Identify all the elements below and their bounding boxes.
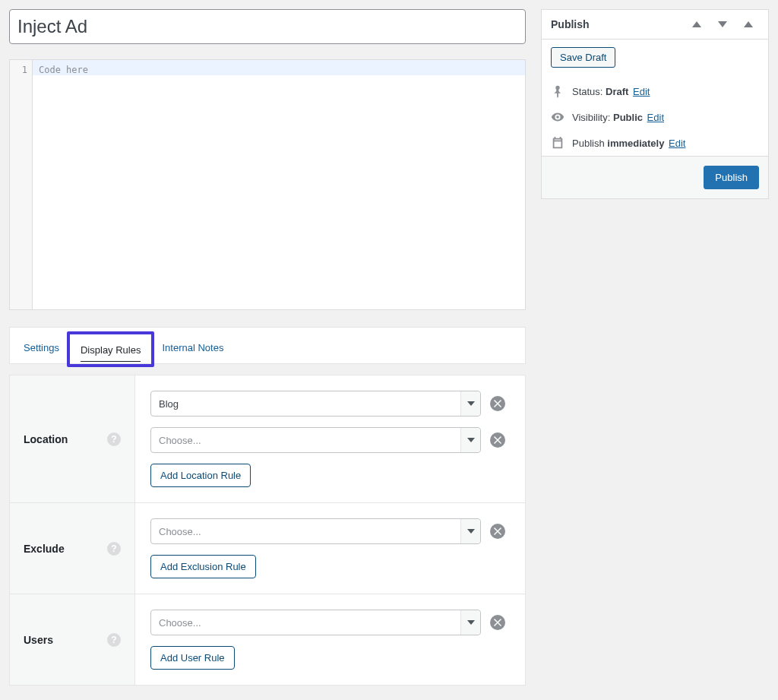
publish-handles [686, 16, 759, 33]
move-down-icon[interactable] [712, 16, 733, 33]
rule-body-users: Choose... Add User Rule [135, 594, 525, 685]
edit-schedule-link[interactable]: Edit [669, 138, 685, 149]
rule-row: Choose... [150, 610, 510, 635]
status-row: Status: Draft Edit [551, 78, 759, 104]
chevron-down-icon [460, 519, 480, 543]
select-value: Choose... [159, 526, 201, 537]
add-user-rule-button[interactable]: Add User Rule [150, 646, 235, 670]
code-editor[interactable]: 1 Code here [9, 59, 526, 310]
chevron-down-icon [460, 428, 480, 452]
code-line[interactable]: Code here [33, 60, 525, 75]
rule-body-exclude: Choose... Add Exclusion Rule [135, 503, 525, 594]
rule-label-location: Location ? [10, 375, 135, 502]
move-up-icon[interactable] [686, 16, 707, 33]
location-select-1[interactable]: Choose... [150, 427, 481, 453]
schedule-text: Publish immediately Edit [572, 138, 685, 149]
help-icon[interactable]: ? [107, 542, 121, 556]
select-value: Choose... [159, 435, 201, 446]
schedule-label: Publish [572, 138, 605, 149]
tab-settings[interactable]: Settings [22, 332, 61, 363]
publish-footer: Publish [542, 156, 768, 198]
rule-body-location: Blog Choose... [135, 375, 525, 502]
post-title-input[interactable] [9, 9, 526, 44]
publish-box: Publish Save Draft [541, 9, 769, 199]
select-value: Blog [159, 398, 179, 410]
toggle-icon[interactable] [738, 16, 759, 33]
rule-label-text: Location [24, 433, 68, 445]
rule-section-exclude: Exclude ? Choose... [10, 503, 525, 594]
code-gutter: 1 [10, 60, 33, 309]
add-location-rule-button[interactable]: Add Location Rule [150, 464, 251, 487]
location-select-0[interactable]: Blog [150, 391, 481, 417]
visibility-label: Visibility: [572, 112, 610, 123]
remove-rule-button[interactable] [490, 432, 505, 448]
visibility-value: Public [613, 112, 643, 123]
help-icon[interactable]: ? [107, 432, 121, 446]
remove-rule-button[interactable] [490, 396, 505, 411]
rule-label-exclude: Exclude ? [10, 503, 135, 594]
status-value: Draft [606, 86, 628, 97]
edit-visibility-link[interactable]: Edit [647, 112, 664, 123]
rule-label-users: Users ? [10, 594, 135, 685]
publish-header: Publish [542, 10, 768, 40]
save-draft-button[interactable]: Save Draft [551, 47, 615, 68]
help-icon[interactable]: ? [107, 633, 121, 647]
remove-rule-button[interactable] [490, 524, 505, 539]
users-select-0[interactable]: Choose... [150, 610, 481, 635]
rule-section-location: Location ? Blog [10, 375, 525, 503]
chevron-down-icon [460, 610, 480, 635]
rule-section-users: Users ? Choose... [10, 594, 525, 685]
publish-title: Publish [551, 18, 590, 30]
edit-status-link[interactable]: Edit [633, 86, 650, 97]
status-text: Status: Draft Edit [572, 86, 650, 97]
tab-display-rules[interactable]: Display Rules [67, 331, 154, 367]
tab-internal-notes[interactable]: Internal Notes [160, 332, 225, 363]
rule-row: Blog [150, 391, 510, 417]
tabs: Settings Display Rules Internal Notes [9, 327, 526, 364]
pin-icon [551, 84, 565, 98]
calendar-icon [551, 136, 565, 150]
visibility-row: Visibility: Public Edit [551, 104, 759, 130]
code-lines[interactable]: Code here [33, 60, 525, 309]
display-rules-panel: Location ? Blog [9, 375, 526, 686]
rule-row: Choose... [150, 518, 510, 544]
select-value: Choose... [159, 617, 201, 629]
rule-label-text: Users [24, 634, 53, 646]
exclude-select-0[interactable]: Choose... [150, 518, 481, 544]
remove-rule-button[interactable] [490, 615, 505, 630]
publish-inside: Save Draft Status: Draft Edit [542, 40, 768, 156]
publish-button[interactable]: Publish [704, 166, 759, 189]
rule-label-text: Exclude [24, 543, 65, 555]
add-exclusion-rule-button[interactable]: Add Exclusion Rule [150, 555, 256, 578]
schedule-row: Publish immediately Edit [551, 130, 759, 156]
rule-row: Choose... [150, 427, 510, 453]
status-label: Status: [572, 86, 602, 97]
schedule-value: immediately [607, 138, 664, 149]
eye-icon [551, 110, 565, 124]
gutter-line: 1 [10, 65, 27, 75]
visibility-text: Visibility: Public Edit [572, 112, 664, 123]
chevron-down-icon [460, 391, 480, 416]
